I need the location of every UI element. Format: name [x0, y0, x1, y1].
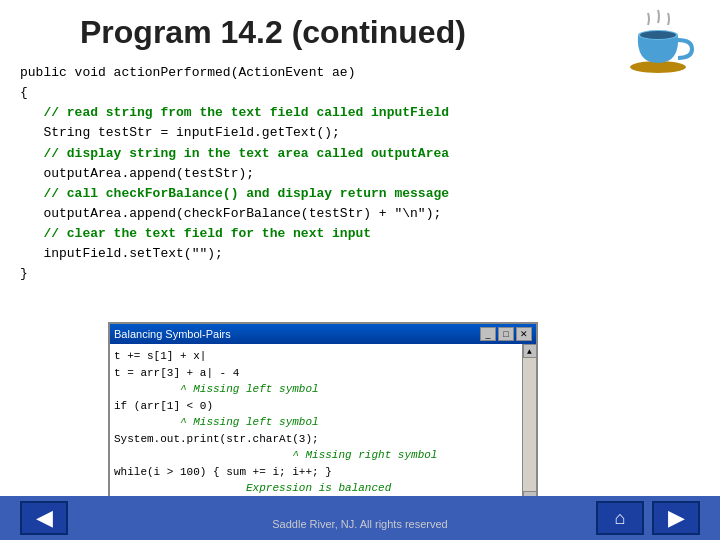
win-line-9: Expression is balanced: [114, 480, 518, 497]
code-comment-3: // call checkForBalance() and display re…: [20, 184, 700, 204]
code-line-7: }: [20, 264, 700, 284]
code-comment-2: // display string in the text area calle…: [20, 144, 700, 164]
page-title: Program 14.2 (continued): [0, 0, 720, 57]
minimize-button[interactable]: _: [480, 327, 496, 341]
win-line-7: ^ Missing right symbol: [114, 447, 518, 464]
prev-arrow-icon: ◀: [36, 505, 53, 531]
balancing-symbol-window: Balancing Symbol-Pairs _ □ ✕ t += s[1] +…: [108, 322, 538, 507]
window-lines: t += s[1] + x| t = arr[3] + a| - 4 ^ Mis…: [114, 348, 532, 497]
scroll-up-button[interactable]: ▲: [523, 344, 537, 358]
home-icon: ⌂: [615, 508, 626, 529]
code-block: public void actionPerformed(ActionEvent …: [0, 57, 720, 291]
close-button[interactable]: ✕: [516, 327, 532, 341]
win-line-6: System.out.print(str.charAt(3);: [114, 431, 518, 448]
win-line-2: t = arr[3] + a| - 4: [114, 365, 518, 382]
code-line-6: inputField.setText("");: [20, 244, 700, 264]
code-comment-1: // read string from the text field calle…: [20, 103, 700, 123]
code-line-5: outputArea.append(checkForBalance(testSt…: [20, 204, 700, 224]
code-comment-4: // clear the text field for the next inp…: [20, 224, 700, 244]
prev-button[interactable]: ◀: [20, 501, 68, 535]
svg-point-2: [640, 31, 676, 39]
footer-text: Saddle River, NJ. All rights reserved: [272, 518, 447, 530]
win-line-4: if (arr[1] < 0): [114, 398, 518, 415]
win-line-8: while(i > 100) { sum += i; i++; }: [114, 464, 518, 481]
code-line-3: String testStr = inputField.getText();: [20, 123, 700, 143]
next-arrow-icon: ▶: [668, 505, 685, 531]
home-button[interactable]: ⌂: [596, 501, 644, 535]
coffee-cup-image: [620, 5, 700, 75]
window-title: Balancing Symbol-Pairs: [114, 328, 231, 340]
win-line-1: t += s[1] + x|: [114, 348, 518, 365]
win-line-3: ^ Missing left symbol: [114, 381, 518, 398]
window-scrollbar[interactable]: ▲ ▼: [522, 344, 536, 505]
win-line-5: ^ Missing left symbol: [114, 414, 518, 431]
code-line-1: public void actionPerformed(ActionEvent …: [20, 63, 700, 83]
code-line-2: {: [20, 83, 700, 103]
code-line-4: outputArea.append(testStr);: [20, 164, 700, 184]
window-titlebar: Balancing Symbol-Pairs _ □ ✕: [110, 324, 536, 344]
window-controls[interactable]: _ □ ✕: [480, 327, 532, 341]
nav-bar: ◀ Saddle River, NJ. All rights reserved …: [0, 496, 720, 540]
window-content: t += s[1] + x| t = arr[3] + a| - 4 ^ Mis…: [110, 344, 536, 505]
maximize-button[interactable]: □: [498, 327, 514, 341]
next-button[interactable]: ▶: [652, 501, 700, 535]
